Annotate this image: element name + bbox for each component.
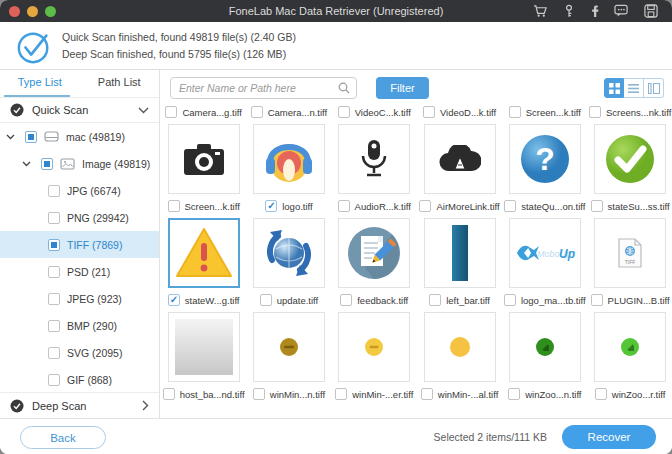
- file-item[interactable]: winMin-...al.tiff: [417, 310, 502, 404]
- file-thumbnail[interactable]: [509, 312, 581, 382]
- list-view-button[interactable]: [624, 78, 644, 98]
- save-icon[interactable]: [644, 4, 658, 18]
- file-thumbnail[interactable]: [338, 218, 410, 288]
- checkbox-bmp[interactable]: [48, 320, 60, 332]
- deep-scan-section-header[interactable]: Deep Scan: [0, 392, 159, 418]
- file-item[interactable]: stateW...g.tiff: [161, 216, 246, 310]
- file-thumbnail[interactable]: [168, 124, 240, 194]
- file-checkbox[interactable]: [509, 106, 521, 118]
- preview-view-button[interactable]: [644, 78, 664, 98]
- back-button[interactable]: Back: [20, 426, 106, 449]
- minimize-window-button[interactable]: [27, 6, 38, 17]
- collapse-icon[interactable]: [22, 161, 32, 167]
- tree-node-jpeg[interactable]: JPEG (923): [0, 285, 159, 312]
- file-item[interactable]: VideoD...k.tiff: [417, 100, 502, 122]
- tree-node-psd[interactable]: PSD (21): [0, 258, 159, 285]
- file-checkbox[interactable]: [595, 388, 607, 400]
- file-checkbox[interactable]: [423, 106, 435, 118]
- file-checkbox[interactable]: [589, 106, 601, 118]
- file-thumbnail[interactable]: ?: [509, 124, 581, 194]
- checkbox-png[interactable]: [48, 212, 60, 224]
- checkbox-jpg[interactable]: [48, 185, 60, 197]
- file-item[interactable]: host_ba...nd.tiff: [161, 310, 246, 404]
- checkbox-jpeg[interactable]: [48, 293, 60, 305]
- file-thumbnail[interactable]: [424, 218, 496, 288]
- search-box[interactable]: [170, 77, 357, 99]
- file-item[interactable]: winZoo...n.tiff: [502, 310, 587, 404]
- file-thumbnail[interactable]: TIFF: [594, 218, 666, 288]
- file-thumbnail[interactable]: [338, 312, 410, 382]
- file-checkbox[interactable]: [335, 388, 347, 400]
- filter-button[interactable]: Filter: [376, 77, 429, 99]
- file-item[interactable]: feedback.tiff: [332, 216, 417, 310]
- file-thumbnail[interactable]: [253, 218, 325, 288]
- file-item[interactable]: TIFF PLUGIN...B.tiff: [587, 216, 672, 310]
- file-checkbox[interactable]: [429, 294, 441, 306]
- file-checkbox[interactable]: [338, 200, 350, 212]
- chat-icon[interactable]: [614, 4, 629, 18]
- zoom-window-button[interactable]: [45, 6, 56, 17]
- file-checkbox[interactable]: [338, 106, 350, 118]
- file-checkbox[interactable]: [168, 200, 180, 212]
- checkbox-image[interactable]: [41, 158, 53, 170]
- file-thumbnail[interactable]: [424, 312, 496, 382]
- file-checkbox[interactable]: [504, 200, 516, 212]
- quick-scan-section-header[interactable]: Quick Scan: [0, 97, 159, 123]
- file-item[interactable]: update.tiff: [246, 216, 331, 310]
- tree-node-bmp[interactable]: BMP (290): [0, 312, 159, 339]
- file-item[interactable]: left_bar.tiff: [417, 216, 502, 310]
- file-item[interactable]: VideoC...k.tiff: [332, 100, 417, 122]
- file-checkbox[interactable]: [419, 200, 431, 212]
- file-thumbnail[interactable]: [168, 312, 240, 382]
- checkbox-mac[interactable]: [25, 131, 37, 143]
- checkbox-tiff[interactable]: [48, 239, 60, 251]
- tree-node-tiff[interactable]: TIFF (7869): [0, 231, 159, 258]
- file-checkbox[interactable]: [163, 388, 175, 400]
- file-item[interactable]: stateSu...ss.tiff: [587, 122, 672, 216]
- tree-node-png[interactable]: PNG (29942): [0, 204, 159, 231]
- search-input[interactable]: [171, 82, 338, 94]
- tree-node-image[interactable]: Image (49819): [0, 150, 159, 177]
- file-checkbox[interactable]: [251, 106, 263, 118]
- close-window-button[interactable]: [9, 6, 20, 17]
- file-thumbnail[interactable]: [253, 312, 325, 382]
- file-checkbox[interactable]: [591, 200, 603, 212]
- chevron-right-icon[interactable]: [142, 400, 149, 411]
- file-thumbnail-selected[interactable]: [168, 218, 240, 288]
- file-item[interactable]: MoboUpUp logo_ma...tb.tiff: [502, 216, 587, 310]
- key-icon[interactable]: [563, 4, 575, 18]
- file-thumbnail[interactable]: [253, 124, 325, 194]
- file-item[interactable]: Screen...k.tiff: [161, 122, 246, 216]
- cart-icon[interactable]: [533, 4, 548, 18]
- file-thumbnail[interactable]: [424, 124, 496, 194]
- tab-path-list[interactable]: Path List: [80, 70, 160, 97]
- tree-node-jpg[interactable]: JPG (6674): [0, 177, 159, 204]
- file-checkbox[interactable]: [504, 294, 516, 306]
- file-thumbnail[interactable]: [594, 312, 666, 382]
- file-checkbox[interactable]: [421, 388, 433, 400]
- file-checkbox[interactable]: [168, 294, 180, 306]
- file-item[interactable]: Screen...k.tiff: [502, 100, 587, 122]
- file-checkbox[interactable]: [591, 294, 603, 306]
- checkbox-psd[interactable]: [48, 266, 60, 278]
- file-item[interactable]: Camera...n.tiff: [246, 100, 331, 122]
- file-item[interactable]: Camera...g.tiff: [161, 100, 246, 122]
- file-checkbox[interactable]: [260, 294, 272, 306]
- facebook-icon[interactable]: [590, 4, 599, 18]
- checkbox-svg[interactable]: [48, 347, 60, 359]
- file-item[interactable]: winZoo...r.tiff: [587, 310, 672, 404]
- recover-button[interactable]: Recover: [562, 425, 656, 449]
- tab-type-list[interactable]: Type List: [0, 70, 80, 97]
- file-item[interactable]: Screens...nk.tiff: [587, 100, 672, 122]
- file-item[interactable]: AudioR...k.tiff: [332, 122, 417, 216]
- file-thumbnail[interactable]: [338, 124, 410, 194]
- file-item[interactable]: winMin-...er.tiff: [332, 310, 417, 404]
- file-item[interactable]: ? stateQu...on.tiff: [502, 122, 587, 216]
- search-icon[interactable]: [338, 82, 350, 94]
- tree-node-mac[interactable]: mac (49819): [0, 123, 159, 150]
- file-item[interactable]: winMin...n.tiff: [246, 310, 331, 404]
- file-item[interactable]: AirMoreLink.tiff: [417, 122, 502, 216]
- file-checkbox[interactable]: [265, 200, 277, 212]
- collapse-icon[interactable]: [6, 134, 16, 140]
- file-item[interactable]: logo.tiff: [246, 122, 331, 216]
